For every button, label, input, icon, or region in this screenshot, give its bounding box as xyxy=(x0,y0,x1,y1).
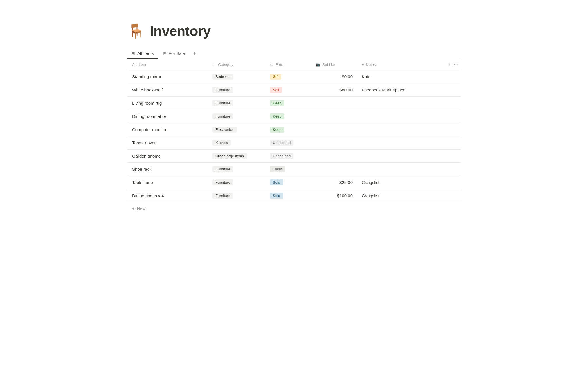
cell-notes[interactable] xyxy=(357,150,443,163)
cell-sold-for[interactable] xyxy=(311,136,357,150)
col-header-item[interactable]: Aa Item xyxy=(127,59,208,70)
table-row[interactable]: Dining chairs x 4FurnitureSold$100.00Cra… xyxy=(127,189,461,202)
table-header-row: Aa Item ≔ Category 🏷 Fate xyxy=(127,59,461,70)
cell-row-actions xyxy=(443,176,461,189)
cell-notes[interactable]: Craigslist xyxy=(357,176,443,189)
cell-item[interactable]: Computer monitor xyxy=(127,123,208,136)
cell-fate[interactable]: Gift xyxy=(265,70,311,83)
cell-item[interactable]: Table lamp xyxy=(127,176,208,189)
cell-notes[interactable]: Facebook Marketplace xyxy=(357,83,443,97)
category-badge: Kitchen xyxy=(212,140,231,146)
fate-badge: Undecided xyxy=(270,140,293,146)
table-row[interactable]: Standing mirrorBedroomGift$0.00Kate xyxy=(127,70,461,83)
table-row[interactable]: White bookshelfFurnitureSell$80.00Facebo… xyxy=(127,83,461,97)
cell-sold-for[interactable]: $100.00 xyxy=(311,189,357,202)
cell-row-actions xyxy=(443,110,461,123)
fate-badge: Undecided xyxy=(270,153,293,159)
cell-item[interactable]: Dining chairs x 4 xyxy=(127,189,208,202)
cell-notes[interactable] xyxy=(357,136,443,150)
cell-notes[interactable] xyxy=(357,110,443,123)
cell-fate[interactable]: Sold xyxy=(265,176,311,189)
cell-fate[interactable]: Trash xyxy=(265,163,311,176)
cell-category[interactable]: Furniture xyxy=(208,176,265,189)
sold-col-icon: 📷 xyxy=(316,62,320,67)
cell-category[interactable]: Bedroom xyxy=(208,70,265,83)
cell-sold-for[interactable] xyxy=(311,123,357,136)
cell-item[interactable]: Dining room table xyxy=(127,110,208,123)
add-row-button[interactable]: + New xyxy=(127,202,461,214)
cell-fate[interactable]: Sold xyxy=(265,189,311,202)
fate-badge: Keep xyxy=(270,100,284,106)
cell-item[interactable]: Garden gnome xyxy=(127,150,208,163)
category-badge: Electronics xyxy=(212,126,237,133)
tab-all-items[interactable]: ⊞ All Items xyxy=(127,49,158,59)
cell-row-actions xyxy=(443,70,461,83)
cell-fate[interactable]: Sell xyxy=(265,83,311,97)
table-row[interactable]: Living room rugFurnitureKeep xyxy=(127,97,461,110)
cell-sold-for[interactable]: $0.00 xyxy=(311,70,357,83)
table-row[interactable]: Computer monitorElectronicsKeep xyxy=(127,123,461,136)
cell-item[interactable]: Living room rug xyxy=(127,97,208,110)
fate-badge: Keep xyxy=(270,113,284,119)
fate-badge: Gift xyxy=(270,74,281,80)
page-container: 🪑 Inventory ⊞ All Items ⊟ For Sale + xyxy=(93,0,495,231)
notes-col-label: Notes xyxy=(366,62,376,67)
cell-category[interactable]: Furniture xyxy=(208,83,265,97)
cell-sold-for[interactable]: $25.00 xyxy=(311,176,357,189)
cell-sold-for[interactable] xyxy=(311,163,357,176)
table-row[interactable]: Toaster ovenKitchenUndecided xyxy=(127,136,461,150)
cell-fate[interactable]: Keep xyxy=(265,97,311,110)
category-badge: Bedroom xyxy=(212,74,233,80)
cell-category[interactable]: Furniture xyxy=(208,110,265,123)
tab-all-items-icon: ⊞ xyxy=(131,51,135,56)
category-col-icon: ≔ xyxy=(212,62,216,67)
add-col-button[interactable]: + xyxy=(448,62,450,67)
cell-category[interactable]: Furniture xyxy=(208,97,265,110)
cell-row-actions xyxy=(443,163,461,176)
cell-item[interactable]: Standing mirror xyxy=(127,70,208,83)
inventory-table: Aa Item ≔ Category 🏷 Fate xyxy=(127,59,461,202)
col-header-fate[interactable]: 🏷 Fate xyxy=(265,59,311,70)
cell-fate[interactable]: Keep xyxy=(265,123,311,136)
cell-category[interactable]: Kitchen xyxy=(208,136,265,150)
table-row[interactable]: Garden gnomeOther large itemsUndecided xyxy=(127,150,461,163)
tab-for-sale[interactable]: ⊟ For Sale xyxy=(159,49,189,59)
cell-category[interactable]: Electronics xyxy=(208,123,265,136)
cell-notes[interactable]: Kate xyxy=(357,70,443,83)
cell-sold-for[interactable] xyxy=(311,150,357,163)
cell-row-actions xyxy=(443,123,461,136)
col-header-actions: + ··· xyxy=(443,59,461,70)
cell-item[interactable]: Shoe rack xyxy=(127,163,208,176)
cell-notes[interactable] xyxy=(357,163,443,176)
cell-sold-for[interactable] xyxy=(311,110,357,123)
cell-fate[interactable]: Undecided xyxy=(265,136,311,150)
more-col-button[interactable]: ··· xyxy=(454,62,458,67)
page-header: 🪑 Inventory xyxy=(127,23,461,39)
cell-category[interactable]: Furniture xyxy=(208,189,265,202)
notes-col-icon: ≡ xyxy=(362,62,364,67)
cell-sold-for[interactable]: $80.00 xyxy=(311,83,357,97)
category-badge: Furniture xyxy=(212,87,233,93)
cell-notes[interactable] xyxy=(357,123,443,136)
add-row-icon: + xyxy=(132,206,135,211)
cell-category[interactable]: Other large items xyxy=(208,150,265,163)
cell-sold-for[interactable] xyxy=(311,97,357,110)
col-header-category[interactable]: ≔ Category xyxy=(208,59,265,70)
fate-badge: Sold xyxy=(270,179,283,185)
table-row[interactable]: Dining room tableFurnitureKeep xyxy=(127,110,461,123)
tab-add-button[interactable]: + xyxy=(190,48,199,59)
table-row[interactable]: Table lampFurnitureSold$25.00Craigslist xyxy=(127,176,461,189)
table-container: Aa Item ≔ Category 🏷 Fate xyxy=(127,59,461,214)
cell-fate[interactable]: Undecided xyxy=(265,150,311,163)
col-header-sold[interactable]: 📷 Sold for xyxy=(311,59,357,70)
cell-notes[interactable] xyxy=(357,97,443,110)
table-row[interactable]: Shoe rackFurnitureTrash xyxy=(127,163,461,176)
cell-category[interactable]: Furniture xyxy=(208,163,265,176)
cell-item[interactable]: Toaster oven xyxy=(127,136,208,150)
cell-item[interactable]: White bookshelf xyxy=(127,83,208,97)
cell-row-actions xyxy=(443,189,461,202)
cell-notes[interactable]: Craigslist xyxy=(357,189,443,202)
category-col-label: Category xyxy=(218,62,233,67)
col-header-notes[interactable]: ≡ Notes xyxy=(357,59,443,70)
cell-fate[interactable]: Keep xyxy=(265,110,311,123)
